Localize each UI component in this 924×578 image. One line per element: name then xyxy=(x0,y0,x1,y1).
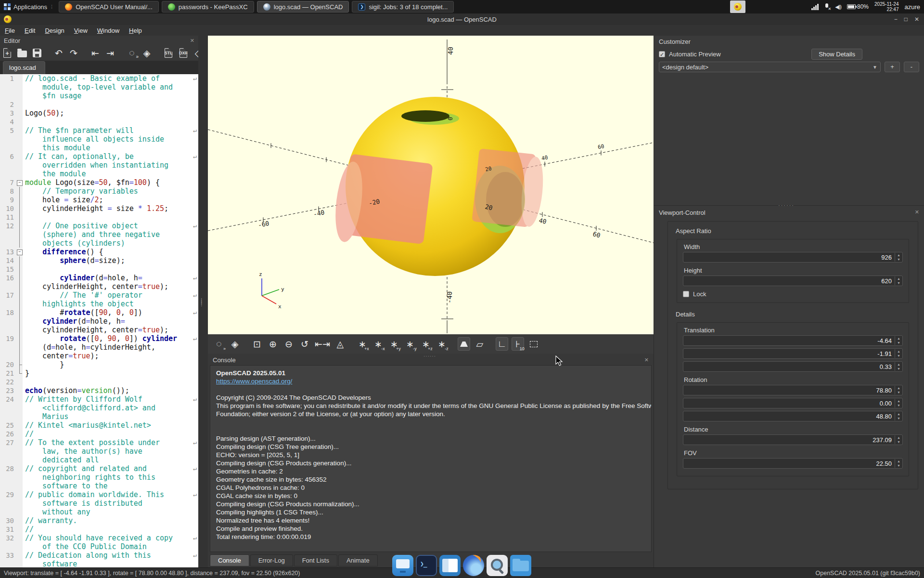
orthographic-icon[interactable]: ▱ xyxy=(474,337,486,351)
rotation-x-field[interactable]: 78.80 ▲▼ xyxy=(683,385,903,395)
menu-help[interactable]: Help xyxy=(124,26,147,35)
menu-edit[interactable]: Edit xyxy=(20,26,40,35)
distance-label: Distance xyxy=(683,424,903,434)
zoom-out-icon[interactable]: ⊖ xyxy=(282,337,295,351)
view-plus-z-icon[interactable]: ∗+z xyxy=(420,337,432,351)
taskbar-window-terminal[interactable]: ❯sigil: Jobs: 3 of 18 complet... xyxy=(352,1,454,13)
taskbar-window-keepassxc[interactable]: passwords - KeePassXC xyxy=(162,1,254,13)
menu-file[interactable]: File xyxy=(0,26,20,35)
3d-viewport[interactable]: 400-40204060-20-40-60204060 z y x xyxy=(208,36,654,334)
stepper-icon[interactable]: ▲▼ xyxy=(895,349,902,358)
viewport-control-title: Viewport-Control xyxy=(659,209,706,216)
remove-preset-button[interactable]: - xyxy=(904,62,919,72)
stepper-icon[interactable]: ▲▼ xyxy=(895,399,902,407)
height-field[interactable]: 620 ▲▼ xyxy=(683,276,903,286)
preview-icon[interactable]: ◌» xyxy=(127,47,137,59)
taskbar-window-firefox[interactable]: OpenSCAD User Manual/... xyxy=(59,1,159,13)
console-tab-error-log[interactable]: Error-Log xyxy=(250,554,293,566)
stepper-icon[interactable]: ▲▼ xyxy=(895,336,902,345)
add-preset-button[interactable]: + xyxy=(885,62,900,72)
console-close-icon[interactable]: ✕ xyxy=(644,357,649,363)
taskbar-window-openscad[interactable]: logo.scad — OpenSCAD xyxy=(257,1,349,13)
applications-menu[interactable]: Applications ⁞ xyxy=(0,0,57,13)
export-stl-icon[interactable]: STL xyxy=(163,47,174,59)
distance-field[interactable]: 237.09 ▲▼ xyxy=(683,434,903,445)
open-file-icon[interactable] xyxy=(17,47,27,59)
filemanager-icon[interactable] xyxy=(439,555,461,576)
view-all-dashed-icon[interactable] xyxy=(527,337,540,351)
lock-checkbox[interactable] xyxy=(683,291,689,297)
show-axes-icon[interactable]: ∟ xyxy=(496,337,508,351)
new-file-icon[interactable]: + xyxy=(2,47,13,59)
menu-design[interactable]: Design xyxy=(40,26,69,35)
window-switcher[interactable] xyxy=(730,0,745,13)
folder-icon[interactable] xyxy=(510,555,531,576)
show-details-button[interactable]: Show Details xyxy=(811,49,862,60)
taskbar-window-label: passwords - KeePassXC xyxy=(179,3,248,11)
unindent-icon[interactable]: ⇤ xyxy=(90,47,101,59)
perspective-icon[interactable] xyxy=(458,337,470,351)
taskbar-separator: ⁞ xyxy=(50,4,53,10)
console-tab-font-lists[interactable]: Font Lists xyxy=(294,554,337,566)
browser-icon[interactable] xyxy=(463,555,484,576)
panel-splitter[interactable]: ······ xyxy=(778,202,795,208)
export-dxf-icon[interactable]: DXF xyxy=(178,47,189,59)
rotation-z-field[interactable]: 48.80 ▲▼ xyxy=(683,411,903,421)
automatic-preview-checkbox[interactable]: ✓ xyxy=(659,51,665,57)
editor-close-icon[interactable]: ✕ xyxy=(190,38,194,44)
stepper-icon[interactable]: ▲▼ xyxy=(895,253,902,262)
view-minus-y-icon[interactable]: ∗-y xyxy=(404,337,416,351)
stepper-icon[interactable]: ▲▼ xyxy=(895,362,902,371)
view-minus-x-icon[interactable]: ∗-x xyxy=(372,337,385,351)
width-field[interactable]: 926 ▲▼ xyxy=(683,252,903,263)
height-value: 620 xyxy=(683,277,895,285)
zoom-all-icon[interactable]: ⊡ xyxy=(251,337,263,351)
rotation-y-field[interactable]: 0.00 ▲▼ xyxy=(683,398,903,408)
reorient-icon[interactable]: ◬ xyxy=(334,337,346,351)
stepper-icon[interactable]: ▲▼ xyxy=(895,386,902,394)
console-link[interactable]: https://www.openscad.org/ xyxy=(216,377,645,385)
menu-window[interactable]: Window xyxy=(92,26,124,35)
editor-tab-logo-scad[interactable]: logo.scad xyxy=(3,61,45,74)
show-scale-icon[interactable]: ⊦10 xyxy=(512,337,524,351)
undo-icon[interactable]: ↶ xyxy=(53,47,64,59)
render-icon[interactable]: ◈ xyxy=(229,337,241,351)
render-icon[interactable]: ◈ xyxy=(141,47,152,59)
view-minus-z-icon[interactable]: ∗-z xyxy=(436,337,448,351)
fov-field[interactable]: 22.50 ▲▼ xyxy=(683,458,903,469)
indent-icon[interactable]: ⇥ xyxy=(105,47,116,59)
editor-viewport-splitter[interactable]: ⁞⁞⁞ xyxy=(198,36,208,567)
close-button[interactable]: ✕ xyxy=(914,16,919,23)
translation-x-field[interactable]: -4.64 ▲▼ xyxy=(683,335,903,346)
stepper-icon[interactable]: ▲▼ xyxy=(895,459,902,468)
view-plus-x-icon[interactable]: ∗+x xyxy=(356,337,369,351)
redo-icon[interactable]: ↷ xyxy=(68,47,79,59)
save-icon[interactable] xyxy=(32,47,42,59)
view-all-icon[interactable]: ⇤⇥ xyxy=(314,337,331,351)
menu-view[interactable]: View xyxy=(69,26,92,35)
taskbar-window-label: logo.scad — OpenSCAD xyxy=(274,3,343,11)
translation-y-field[interactable]: -1.91 ▲▼ xyxy=(683,348,903,359)
minimize-button[interactable]: − xyxy=(894,16,898,23)
maximize-button[interactable]: □ xyxy=(904,16,908,23)
stepper-icon[interactable]: ▲▼ xyxy=(895,412,902,420)
svg-text:0: 0 xyxy=(447,117,454,120)
console-tab-animate[interactable]: Animate xyxy=(338,554,378,566)
translation-z-field[interactable]: 0.33 ▲▼ xyxy=(683,361,903,372)
screenshot-icon[interactable] xyxy=(487,555,508,576)
stepper-icon[interactable]: ▲▼ xyxy=(895,276,902,285)
system-tray[interactable]: ◀)) 80% 2025-11-24 22:47 azure xyxy=(811,1,924,12)
code-editor[interactable]: 1// logo.scad - Basic example of↵ module… xyxy=(0,74,198,567)
console-tab-console[interactable]: Console xyxy=(210,554,249,566)
reset-view-icon[interactable]: ↺ xyxy=(298,337,311,351)
terminal-icon[interactable] xyxy=(416,555,437,576)
stepper-icon[interactable]: ▲▼ xyxy=(895,435,902,444)
design-select[interactable]: <design default> ▼ xyxy=(659,62,881,72)
console-output[interactable]: OpenSCAD 2025.05.01https://www.openscad.… xyxy=(210,365,652,552)
display-icon[interactable] xyxy=(392,555,413,576)
view-plus-y-icon[interactable]: ∗+y xyxy=(388,337,400,351)
code-line-22: 22 xyxy=(0,378,198,386)
preview-icon[interactable]: ◌» xyxy=(213,337,225,351)
zoom-in-icon[interactable]: ⊕ xyxy=(267,337,279,351)
viewport-control-close-icon[interactable]: ✕ xyxy=(915,209,919,216)
